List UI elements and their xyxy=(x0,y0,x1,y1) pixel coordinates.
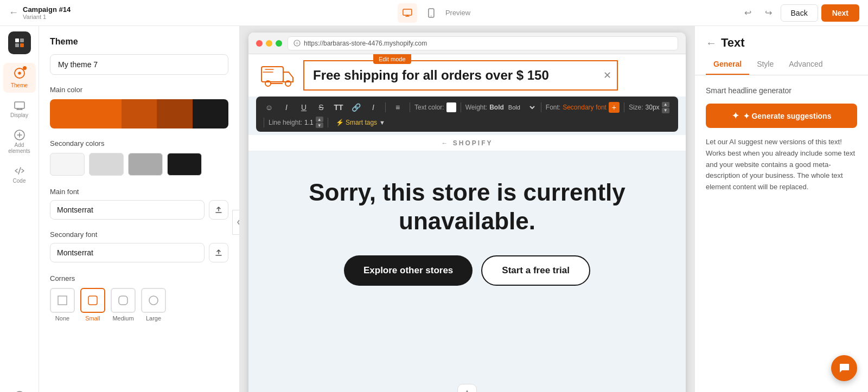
shopify-bar-text: ← SHOPIFY xyxy=(441,139,493,147)
color-swatch-4[interactable] xyxy=(193,99,228,128)
explore-stores-btn[interactable]: Explore other stores xyxy=(344,255,473,286)
tab-style[interactable]: Style xyxy=(749,55,781,75)
announcement-text-box[interactable]: Free shipping for all orders over $ 150 … xyxy=(303,60,618,91)
browser-dot-yellow xyxy=(266,40,272,47)
size-up-btn[interactable]: ▲ xyxy=(662,102,669,107)
truck-icon-wrap xyxy=(257,59,298,92)
font-add-btn[interactable]: + xyxy=(609,102,620,113)
secondary-swatch-3[interactable] xyxy=(128,153,163,176)
color-swatch-1[interactable] xyxy=(50,99,122,128)
redo-btn[interactable]: ↪ xyxy=(760,4,777,22)
corner-none-label: None xyxy=(55,315,69,322)
toolbar-div-2 xyxy=(410,102,410,112)
sidebar-item-display[interactable]: Display xyxy=(3,95,36,123)
right-panel-tabs: General Style Advanced xyxy=(695,50,868,75)
toolbar-div-7 xyxy=(328,118,328,127)
lh-down-btn[interactable]: ▼ xyxy=(316,123,323,128)
canvas-wrap: https://barbaras-store-4476.myshopify.co… xyxy=(240,26,694,392)
chat-bubble-btn[interactable] xyxy=(831,355,857,381)
sidebar-item-help[interactable]: Help xyxy=(3,386,36,392)
preview-label: Preview xyxy=(445,9,470,17)
sidebar-item-code[interactable]: Code xyxy=(3,160,36,188)
color-swatch-2[interactable] xyxy=(122,99,157,128)
start-trial-btn[interactable]: Start a free trial xyxy=(481,255,590,286)
toolbar-underline-btn[interactable]: U xyxy=(296,100,311,114)
toolbar-emoji-btn[interactable]: ☺ xyxy=(261,100,277,114)
sidebar-item-theme[interactable]: Theme xyxy=(3,63,36,93)
svg-rect-5 xyxy=(15,43,19,47)
back-nav-icon[interactable]: ← xyxy=(9,7,18,18)
edit-mode-badge: Edit mode xyxy=(373,54,411,64)
sidebar-nav: Theme Display Add elements Code Help xyxy=(0,26,39,392)
browser-content: Edit mode Free shipping for all orders o… xyxy=(248,54,686,392)
secondary-swatch-2[interactable] xyxy=(89,153,124,176)
panel-collapse-btn[interactable] xyxy=(232,210,240,235)
undo-btn[interactable]: ↩ xyxy=(739,4,757,22)
main-font-section: Montserrat xyxy=(50,200,228,220)
theme-name-input[interactable] xyxy=(50,54,228,75)
announcement-text: Free shipping for all orders over $ 150 xyxy=(313,68,549,82)
toolbar-div-1 xyxy=(385,102,386,112)
panel-theme-title: Theme xyxy=(50,37,228,47)
toolbar-italic2-btn[interactable]: I xyxy=(366,100,381,114)
browser-url-bar[interactable]: https://barbaras-store-4476.myshopify.co… xyxy=(288,36,678,50)
corner-none[interactable]: None xyxy=(50,288,75,322)
corner-medium[interactable]: Medium xyxy=(111,288,136,322)
sidebar-item-add[interactable]: Add elements xyxy=(3,125,36,158)
weight-value: Bold xyxy=(489,104,504,111)
next-btn[interactable]: Next xyxy=(821,4,859,22)
secondary-font-upload-btn[interactable] xyxy=(209,243,228,262)
collapse-icon: ▲ xyxy=(464,388,470,392)
weight-label: Weight: xyxy=(465,104,487,111)
generate-btn[interactable]: ✦ ✦ Generate suggestions xyxy=(706,104,857,128)
toolbar-div-4 xyxy=(541,102,541,112)
main-font-dropdown[interactable]: Montserrat xyxy=(50,200,205,220)
corners-options: None Small Medium Large xyxy=(50,288,228,322)
toolbar-div-3 xyxy=(461,102,461,112)
main-color-palette xyxy=(50,99,228,128)
mobile-device-btn[interactable] xyxy=(422,3,441,23)
theme-dot xyxy=(23,66,27,70)
svg-rect-0 xyxy=(403,9,412,15)
corner-small[interactable]: Small xyxy=(80,288,105,322)
tab-advanced[interactable]: Advanced xyxy=(781,55,830,75)
lh-up-btn[interactable]: ▲ xyxy=(316,117,323,122)
toolbar-tt-btn[interactable]: TT xyxy=(331,100,346,114)
color-swatch-3[interactable] xyxy=(157,99,193,128)
right-panel-back-btn[interactable]: ← xyxy=(706,37,717,49)
text-toolbar: ☺ I U S TT 🔗 I ≡ Text color: Weight: xyxy=(256,97,678,132)
toolbar-link-btn[interactable]: 🔗 xyxy=(348,100,363,114)
back-btn[interactable]: Back xyxy=(781,4,818,22)
corner-small-label: Small xyxy=(85,315,100,322)
corner-medium-icon xyxy=(111,288,136,313)
weight-select[interactable]: BoldNormal xyxy=(506,104,537,111)
right-panel-title: Text xyxy=(721,36,745,50)
svg-rect-9 xyxy=(15,102,24,108)
toolbar-strikethrough-btn[interactable]: S xyxy=(314,100,329,114)
smart-tags-btn[interactable]: ⚡ Smart tags ▼ xyxy=(333,118,388,127)
svg-rect-17 xyxy=(261,67,283,82)
secondary-swatch-1[interactable] xyxy=(50,153,85,176)
line-height-stepper[interactable]: ▲ ▼ xyxy=(316,117,323,128)
campaign-nav: ← Campaign #14 Variant 1 xyxy=(9,5,71,20)
corner-large[interactable]: Large xyxy=(141,288,166,322)
tab-general[interactable]: General xyxy=(706,55,749,75)
shopify-bar: ← SHOPIFY xyxy=(248,135,686,151)
secondary-font-dropdown[interactable]: Montserrat xyxy=(50,243,205,262)
toolbar-align-btn[interactable]: ≡ xyxy=(390,100,405,114)
size-down-btn[interactable]: ▼ xyxy=(662,108,669,113)
size-stepper[interactable]: ▲ ▼ xyxy=(662,102,669,113)
text-color-swatch[interactable] xyxy=(446,102,456,112)
url-text: https://barbaras-store-4476.myshopify.co… xyxy=(304,40,427,47)
main-font-label: Main font xyxy=(50,188,228,196)
desktop-device-btn[interactable] xyxy=(398,3,417,23)
announcement-close-btn[interactable]: ✕ xyxy=(603,69,611,81)
main-font-upload-btn[interactable] xyxy=(209,200,228,220)
font-value: Secondary font xyxy=(563,104,607,111)
toolbar-italic-btn[interactable]: I xyxy=(279,100,294,114)
page-bar-collapse-btn[interactable]: ▲ xyxy=(457,384,477,392)
corner-none-icon xyxy=(50,288,75,313)
secondary-swatch-4[interactable] xyxy=(167,153,202,176)
svg-rect-14 xyxy=(119,296,127,305)
svg-rect-13 xyxy=(88,296,97,305)
